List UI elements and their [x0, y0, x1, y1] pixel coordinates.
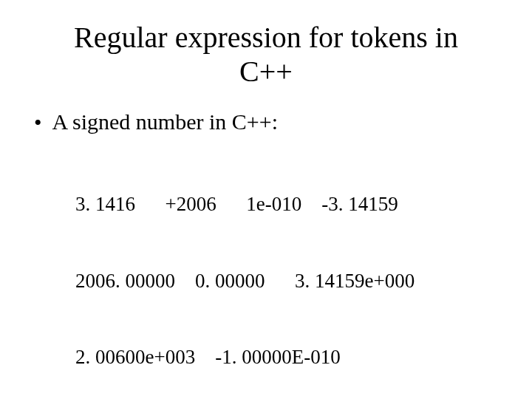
bullet-item: • A signed number in C++: — [34, 109, 502, 136]
example-line-1: 3. 1416 +2006 1e-010 -3. 14159 — [75, 191, 502, 217]
slide: Regular expression for tokens in C++ • A… — [0, 0, 532, 399]
slide-title: Regular expression for tokens in C++ — [30, 21, 502, 89]
example-line-3: 2. 00600e+003 -1. 00000E-010 — [75, 344, 502, 370]
bullet-dot-icon: • — [34, 109, 42, 136]
title-line-1: Regular expression for tokens in — [74, 21, 458, 54]
title-line-2: C++ — [239, 55, 293, 88]
bullet-text: A signed number in C++: — [52, 109, 279, 134]
example-line-2: 2006. 00000 0. 00000 3. 14159e+000 — [75, 268, 502, 294]
examples-block: 3. 1416 +2006 1e-010 -3. 14159 2006. 000… — [75, 140, 502, 399]
